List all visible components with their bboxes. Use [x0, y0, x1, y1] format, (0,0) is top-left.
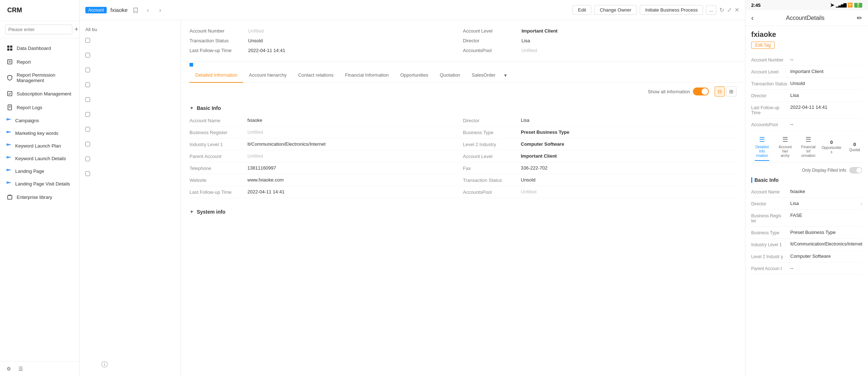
list-checkbox[interactable] [85, 38, 90, 43]
more-button[interactable]: ... [706, 5, 716, 15]
show-all-label: Show all information [648, 89, 690, 94]
tab-financial-info[interactable]: Financial Information [339, 68, 395, 83]
sidebar-item-keyword-launch-details[interactable]: Keyword Launch Details [0, 152, 79, 165]
list-checkbox[interactable] [85, 53, 90, 57]
tab-account-hierarchy[interactable]: Account hierarchy [243, 68, 292, 83]
sidebar-item-report[interactable]: Report [0, 55, 79, 69]
edit-button[interactable]: Edit [573, 5, 591, 15]
content-area: All bu ⓘ Account Number [80, 20, 745, 376]
bookmark-icon[interactable] [131, 6, 140, 14]
field-label: AccountsPool [463, 48, 517, 53]
summary-field-director: Director Lisa [463, 36, 736, 46]
field-value: Unfilled [248, 28, 264, 34]
list-checkbox[interactable] [85, 127, 90, 132]
sidebar-bottom: ⚙ ☰ [0, 361, 79, 376]
only-filled-toggle[interactable] [849, 167, 862, 174]
list-panel: All bu ⓘ [80, 20, 181, 376]
sidebar-item-marketing-keywords[interactable]: Marketing key words [0, 127, 79, 140]
search-input[interactable] [5, 25, 72, 34]
mobile-tab-quotation[interactable]: 0 Quotat [844, 140, 862, 157]
mobile-tab-detailed-info[interactable]: ☰ Detailed Information [751, 134, 773, 162]
wifi-icon: 🛜 [847, 3, 853, 8]
expand-icon[interactable]: ⤢ [727, 7, 732, 13]
list-icon[interactable]: ☰ [18, 366, 23, 372]
top-bar: Account fxiaoke ‹ › Edit Change Owner In… [80, 0, 745, 20]
sidebar-item-campaigns[interactable]: Campaigns [0, 114, 79, 127]
sidebar-item-subscription[interactable]: Subscription Management [0, 87, 79, 101]
section-arrow: ▼ [190, 106, 194, 111]
mobile-detail-industry-level1: Industry Level 1 It/Communication/Electr… [751, 239, 862, 251]
section-arrow: ▼ [190, 209, 194, 214]
sidebar-item-report-permission[interactable]: Report Permission Management [0, 69, 79, 87]
flag-icon [7, 144, 12, 149]
svg-rect-2 [7, 48, 9, 51]
summary-row: Account Number Unfilled Account Level Im… [181, 20, 745, 61]
list-view-icon[interactable]: ⊟ [715, 86, 725, 97]
settings-icon[interactable]: ⚙ [7, 366, 11, 372]
svg-rect-1 [10, 46, 12, 48]
list-checkbox[interactable] [85, 112, 90, 117]
system-info-header[interactable]: ▼ System info [190, 204, 736, 218]
flag-icon [7, 118, 12, 123]
shield-icon [7, 74, 13, 81]
mobile-detail-business-type: Business Type Preset Business Type [751, 227, 862, 239]
mobile-detail-director[interactable]: Director Lisa › [751, 198, 862, 210]
signal-icon: ▁▃▅▇ [836, 3, 846, 8]
nav-label: Keyword Launch Details [15, 156, 66, 161]
mobile-detail-business-register: Business Regis ter FASE [751, 210, 862, 227]
tabs-more[interactable]: ▾ [501, 69, 510, 82]
basic-info-header[interactable]: ▼ Basic Info [190, 100, 736, 115]
tab-detailed-info[interactable]: Detailed Information [190, 68, 243, 83]
grid-icon [7, 45, 13, 51]
section-title: Basic Info [197, 105, 221, 111]
list-checkbox[interactable] [85, 171, 90, 176]
mobile-panel: 2:45 ➤ ▁▃▅▇ 🛜 🔋 ‹ AccountDetails ✏ fxiao… [745, 0, 868, 376]
mobile-tab-account-hierarchy[interactable]: ☰ Account hierarchy [774, 134, 796, 162]
info-icon[interactable]: ⓘ [101, 360, 108, 369]
tab-contact-relations[interactable]: Contact relations [292, 68, 339, 83]
mobile-edit-icon[interactable]: ✏ [857, 14, 862, 22]
initiate-business-button[interactable]: Initiate Business Process [640, 5, 703, 15]
nav-label: Enterprise library [17, 195, 52, 200]
back-button[interactable]: ‹ [751, 14, 754, 22]
sidebar-item-landing-page[interactable]: Landing Page [0, 165, 79, 178]
sidebar-item-report-logs[interactable]: Report Logs [0, 101, 79, 114]
mobile-tab-bar: ☰ Detailed Information ☰ Account hierarc… [751, 131, 862, 163]
add-button[interactable]: + [75, 26, 78, 34]
nav-label: Landing Page Visit Details [15, 181, 70, 187]
field-level2-industry: Level 2 Industry Computer Software [463, 138, 736, 150]
notification-dot [190, 63, 193, 67]
edit-tag-button[interactable]: Edit Tag [751, 42, 775, 49]
mobile-time: 2:45 [751, 3, 761, 8]
field-value: Lisa [522, 38, 530, 43]
nav-label: Keyword Launch Plan [15, 143, 61, 149]
list-checkbox[interactable] [85, 82, 90, 87]
mobile-tab-opportunities[interactable]: 0 Opportunities [821, 138, 842, 159]
list-checkbox[interactable] [85, 97, 90, 102]
nav-label: Subscription Management [17, 91, 71, 97]
tab-quotation[interactable]: Quotation [434, 68, 466, 83]
next-icon[interactable]: › [156, 6, 165, 14]
field-accounts-pool: AccountsPool Unfilled [463, 186, 736, 198]
sidebar-item-keyword-launch-plan[interactable]: Keyword Launch Plan [0, 140, 79, 152]
prev-icon[interactable]: ‹ [144, 6, 152, 14]
tab-sales-order[interactable]: SalesOrder [466, 68, 501, 83]
close-icon[interactable]: ✕ [735, 7, 739, 13]
mobile-header: ‹ AccountDetails ✏ [745, 10, 868, 26]
flag-icon [7, 131, 12, 136]
sidebar-item-landing-page-visit[interactable]: Landing Page Visit Details [0, 178, 79, 190]
refresh-icon[interactable]: ↻ [719, 7, 724, 13]
change-owner-button[interactable]: Change Owner [594, 5, 637, 15]
tab-doc-icon: ☰ [759, 136, 765, 144]
list-checkbox[interactable] [85, 68, 90, 72]
tab-opportunities[interactable]: Opportunities [395, 68, 434, 83]
list-checkbox[interactable] [85, 142, 90, 146]
sidebar-item-enterprise-library[interactable]: Enterprise library [0, 190, 79, 204]
grid-view-icon[interactable]: ⊞ [726, 86, 736, 97]
mobile-title: AccountDetails [786, 15, 825, 21]
sidebar-item-data-dashboard[interactable]: Data Dashboard [0, 41, 79, 55]
show-all-toggle[interactable] [693, 87, 709, 95]
mobile-tab-financial-info[interactable]: ☰ Financial Information [797, 134, 819, 162]
list-checkbox[interactable] [85, 157, 90, 161]
detail-panel: Account Number Unfilled Account Level Im… [181, 20, 745, 376]
